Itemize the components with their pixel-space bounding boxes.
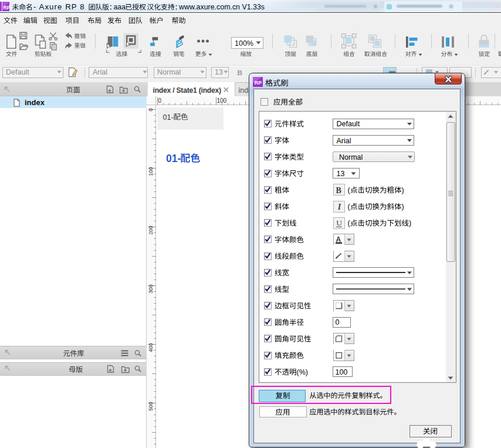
svg-text:01-: 01-: [166, 153, 181, 164]
